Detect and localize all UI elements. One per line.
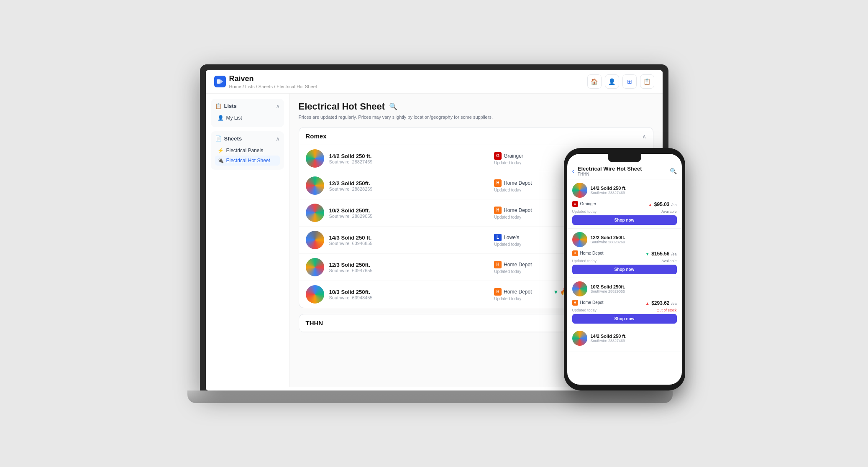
lowes-logo: L — [494, 234, 502, 241]
phone-product-info: 12/2 Solid 250ft. Southwire 28828269 — [591, 235, 625, 244]
phone-subtitle: THHN — [578, 172, 670, 176]
lists-section: 📋 Lists ∧ 👤 My List — [211, 99, 284, 127]
product-image — [306, 149, 324, 168]
phone-product-info: 14/2 Solid 250 ft. Southwire 28827469 — [591, 334, 627, 343]
sheets-section-title: 📄 Sheets — [215, 135, 242, 142]
electrical-panels-icon: ⚡ — [218, 148, 224, 153]
phone-product-info: 10/2 Solid 250ft. Southwire 28829055 — [591, 284, 625, 293]
logo-icon — [214, 76, 226, 87]
lists-chevron[interactable]: ∧ — [276, 103, 280, 110]
product-info: 14/3 Solid 250 ft. Southwire 63946855 — [329, 235, 489, 246]
romex-section-title: Romex — [306, 133, 327, 140]
homedepot-logo: H — [494, 207, 502, 214]
phone-shop-now-button[interactable]: Shop now — [572, 215, 677, 225]
sidebar-item-electrical-panels[interactable]: ⚡ Electrical Panels — [215, 145, 280, 156]
phone-supplier-row: H Home Depot ▼ $155.56 /ea — [572, 250, 677, 257]
phone-title: Electrical Wire Hot Sheet — [578, 166, 670, 172]
phone-product-image — [572, 331, 587, 346]
product-name: 10/3 Solid 250ft. — [329, 289, 489, 295]
product-info: 10/3 Solid 250ft. Southwire 63948455 — [329, 289, 489, 300]
sheets-section: 📄 Sheets ∧ ⚡ Electrical Panels 🔌 — [211, 131, 284, 170]
sheets-section-header: 📄 Sheets ∧ — [215, 135, 280, 142]
logo-text: Raiven — [229, 74, 317, 83]
svg-marker-1 — [220, 79, 223, 84]
sidebar-item-my-list[interactable]: 👤 My List — [215, 113, 280, 123]
list-item: 14/2 Solid 250 ft. Southwire 28827469 G … — [567, 179, 682, 229]
phone-notch — [608, 154, 641, 162]
product-image — [306, 258, 324, 276]
search-icon[interactable]: 🔍 — [389, 102, 397, 110]
supplier-info: H Home Depot Updated today — [494, 179, 544, 192]
product-sku: Southwire 28829055 — [329, 214, 489, 219]
product-sku: Southwire 63946855 — [329, 241, 489, 246]
user-button[interactable]: 👤 — [605, 74, 619, 89]
breadcrumb: Home / Lists / Sheets / Electrical Hot S… — [229, 84, 317, 89]
phone-shop-now-button[interactable]: Shop now — [572, 314, 677, 324]
sheets-icon: 📄 — [215, 135, 222, 142]
phone-shell: ‹ Electrical Wire Hot Sheet THHN 🔍 14/2 … — [564, 148, 685, 390]
product-info: 12/2 Solid 250ft. Southwire 28828269 — [329, 180, 489, 191]
app-container: Raiven Home / Lists / Sheets / Electrica… — [196, 64, 673, 403]
product-info: 14/2 Solid 250 ft. Southwire 28827469 — [329, 153, 489, 164]
sheets-chevron[interactable]: ∧ — [276, 135, 280, 142]
page-title: Electrical Hot Sheet — [299, 101, 385, 112]
thhn-section-title: THHN — [306, 319, 323, 327]
supplier-info: H Home Depot Updated today — [494, 207, 544, 219]
grainger-logo: G — [572, 201, 578, 207]
product-sku: Southwire 28828269 — [329, 186, 489, 191]
list-item: 12/2 Solid 250ft. Southwire 28828269 H H… — [567, 229, 682, 278]
phone-product-top: 10/2 Solid 250ft. Southwire 28829055 — [572, 281, 677, 296]
phone-product-top: 12/2 Solid 250ft. Southwire 28828269 — [572, 232, 677, 247]
page-title-row: Electrical Hot Sheet 🔍 — [299, 101, 653, 112]
list-item: 10/2 Solid 250ft. Southwire 28829055 H H… — [567, 278, 682, 327]
product-sku: Southwire 63947655 — [329, 268, 489, 273]
price-trend-up: ▲ — [645, 301, 650, 306]
phone-product-image — [572, 232, 587, 247]
product-sku: Southwire 63948455 — [329, 295, 489, 300]
header-icons: 🏠 👤 ⊞ 📋 — [587, 74, 654, 89]
product-name: 14/2 Solid 250 ft. — [329, 153, 489, 159]
lists-section-header: 📋 Lists ∧ — [215, 103, 280, 110]
product-image — [306, 285, 324, 304]
grid-button[interactable]: ⊞ — [622, 74, 637, 89]
product-image — [306, 176, 324, 195]
my-list-icon: 👤 — [218, 115, 224, 121]
phone-title-group: Electrical Wire Hot Sheet THHN — [578, 166, 670, 176]
price-trend-down: ▼ — [645, 252, 650, 256]
product-name: 12/2 Solid 250ft. — [329, 180, 489, 186]
sidebar: 📋 Lists ∧ 👤 My List — [206, 94, 289, 387]
phone-supplier-row: G Grainger ▲ $95.03 /ea — [572, 200, 677, 208]
svg-rect-0 — [217, 79, 220, 84]
product-image — [306, 231, 324, 249]
home-button[interactable]: 🏠 — [587, 74, 602, 89]
homedepot-logo: H — [494, 179, 502, 187]
romex-collapse-icon[interactable]: ∧ — [642, 133, 646, 140]
sidebar-item-electrical-hot-sheet[interactable]: 🔌 Electrical Hot Sheet — [215, 156, 280, 166]
romex-section-header: Romex ∧ — [299, 128, 653, 145]
price-trend-up: ▲ — [648, 202, 652, 207]
phone-screen: ‹ Electrical Wire Hot Sheet THHN 🔍 14/2 … — [567, 154, 682, 385]
product-name: 12/3 Solid 250ft. — [329, 262, 489, 268]
grainger-logo: G — [494, 152, 502, 160]
phone-shop-now-button[interactable]: Shop now — [572, 265, 677, 274]
list-item: 14/2 Solid 250 ft. Southwire 28827469 — [567, 327, 682, 352]
clipboard-button[interactable]: 📋 — [640, 74, 654, 89]
app-header: Raiven Home / Lists / Sheets / Electrica… — [206, 70, 663, 94]
hot-sheet-icon: 🔌 — [218, 158, 224, 163]
app-logo: Raiven Home / Lists / Sheets / Electrica… — [214, 74, 317, 89]
phone-product-image — [572, 183, 587, 198]
phone-product-list: 14/2 Solid 250 ft. Southwire 28827469 G … — [567, 179, 682, 381]
product-name: 10/2 Solid 250ft. — [329, 207, 489, 214]
phone-search-icon[interactable]: 🔍 — [670, 168, 677, 174]
lists-icon: 📋 — [215, 103, 222, 109]
supplier-info: H Home Depot Updated today — [494, 288, 544, 301]
laptop-base — [187, 390, 673, 403]
phone-back-button[interactable]: ‹ — [572, 167, 574, 175]
product-name: 14/3 Solid 250 ft. — [329, 235, 489, 241]
phone-product-image — [572, 281, 587, 296]
product-sku: Southwire 28827469 — [329, 159, 489, 164]
homedepot-logo: H — [572, 300, 578, 306]
phone-product-top: 14/2 Solid 250 ft. Southwire 28827469 — [572, 183, 677, 198]
homedepot-logo: H — [494, 288, 502, 296]
phone-supplier-row: H Home Depot ▲ $293.62 /ea — [572, 299, 677, 306]
